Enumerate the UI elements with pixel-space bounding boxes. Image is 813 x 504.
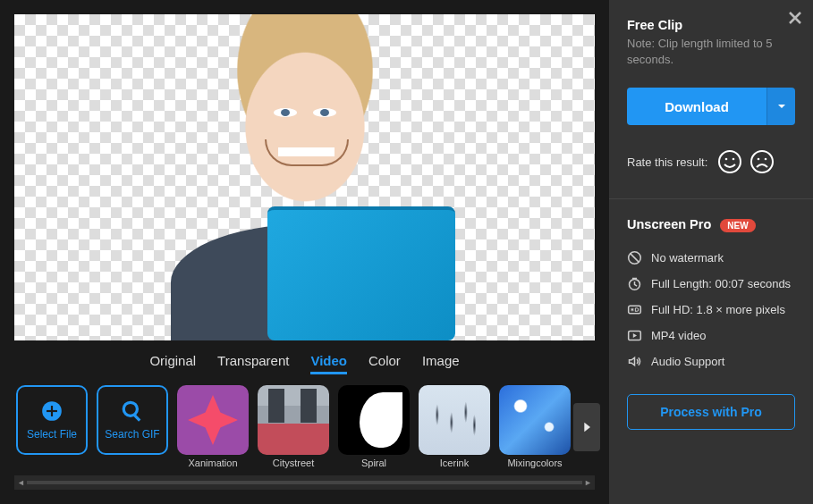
download-button[interactable]: Download — [627, 88, 766, 125]
svg-point-9 — [758, 158, 760, 161]
select-file-button[interactable]: Select File — [16, 385, 88, 455]
caret-down-icon — [776, 101, 787, 112]
tab-transparent[interactable]: Transparent — [217, 353, 289, 374]
svg-point-6 — [725, 158, 728, 161]
tab-image[interactable]: Image — [422, 353, 460, 374]
strip-next-button[interactable] — [573, 403, 600, 451]
thumb-mixingcolors[interactable]: Mixingcolors — [499, 385, 571, 468]
chevron-right-icon — [580, 416, 594, 438]
tab-original[interactable]: Original — [149, 353, 196, 374]
preview-area — [14, 14, 595, 340]
horizontal-scrollbar[interactable] — [14, 475, 595, 490]
svg-point-5 — [719, 151, 741, 172]
svg-point-3 — [123, 402, 137, 416]
thumb-spiral[interactable]: Spiral — [338, 385, 410, 468]
thumb-spiral-image — [338, 385, 410, 455]
no-watermark-icon — [627, 250, 642, 265]
thumb-xanimation-caption: Xanimation — [177, 458, 249, 468]
audio-icon — [627, 354, 642, 369]
feature-audio-label: Audio Support — [651, 355, 724, 368]
rate-label: Rate this result: — [627, 155, 707, 169]
thumb-xanimation-image — [177, 385, 249, 455]
download-caret-button[interactable] — [766, 88, 795, 125]
thumb-citystreet-caption: Citystreet — [258, 458, 329, 468]
thumb-icerink[interactable]: Icerink — [419, 385, 490, 468]
main-panel: Original Transparent Video Color Image S… — [0, 0, 609, 504]
thumb-citystreet-image — [258, 385, 329, 455]
new-badge: NEW — [720, 219, 755, 232]
hd-icon — [627, 302, 642, 317]
frown-icon — [749, 148, 775, 175]
close-button[interactable] — [788, 7, 802, 30]
subject-head — [229, 19, 381, 215]
thumb-citystreet[interactable]: Citystreet — [258, 385, 329, 468]
svg-point-10 — [765, 158, 767, 161]
subject-cutout — [171, 19, 439, 340]
subject-folder — [267, 206, 455, 340]
feature-full-length: Full Length: 00:07 seconds — [627, 271, 795, 297]
pro-section: Unscreen Pro NEW No watermark Full Lengt… — [609, 205, 813, 382]
thumb-mixingcolors-caption: Mixingcolors — [499, 458, 571, 468]
feature-audio: Audio Support — [627, 349, 795, 374]
thumb-icerink-caption: Icerink — [419, 458, 490, 468]
feature-no-watermark: No watermark — [627, 245, 795, 271]
feature-full-hd-label: Full HD: 1.8 × more pixels — [651, 303, 785, 316]
sidebar: Free Clip Note: Clip length limited to 5… — [609, 0, 813, 504]
select-file-label: Select File — [27, 428, 77, 441]
svg-rect-2 — [47, 410, 57, 412]
download-split-button: Download — [627, 88, 795, 125]
rate-happy-button[interactable] — [716, 148, 743, 175]
rate-sad-button[interactable] — [749, 148, 775, 175]
free-clip-note: Note: Clip length limited to 5 seconds. — [627, 36, 795, 68]
pro-title: Unscreen Pro NEW — [627, 217, 795, 232]
svg-point-7 — [733, 158, 735, 161]
background-tabs: Original Transparent Video Color Image — [14, 340, 595, 383]
process-with-pro-button[interactable]: Process with Pro — [627, 394, 795, 430]
clock-icon — [627, 276, 642, 291]
play-icon — [627, 328, 642, 343]
search-gif-label: Search GIF — [105, 428, 159, 441]
thumbnail-strip: Select File Search GIF Xanimation Cityst… — [14, 383, 595, 475]
thumb-xanimation[interactable]: Xanimation — [177, 385, 249, 468]
plus-circle-icon — [40, 399, 64, 423]
free-clip-title: Free Clip — [627, 18, 795, 32]
close-icon — [788, 11, 802, 25]
pro-title-text: Unscreen Pro — [627, 217, 711, 231]
thumb-icerink-image — [419, 385, 490, 455]
feature-mp4-label: MP4 video — [651, 329, 706, 342]
svg-rect-13 — [629, 306, 641, 314]
feature-full-hd: Full HD: 1.8 × more pixels — [627, 297, 795, 323]
tab-color[interactable]: Color — [368, 353, 401, 374]
tab-video[interactable]: Video — [310, 353, 347, 374]
sidebar-divider — [609, 198, 813, 199]
feature-full-length-label: Full Length: 00:07 seconds — [651, 277, 791, 290]
svg-rect-4 — [133, 414, 140, 421]
free-clip-section: Free Clip Note: Clip length limited to 5… — [609, 0, 813, 193]
thumb-mixingcolors-image — [499, 385, 571, 455]
smile-icon — [716, 148, 743, 175]
svg-point-8 — [751, 151, 773, 172]
thumb-spiral-caption: Spiral — [338, 458, 410, 468]
feature-mp4: MP4 video — [627, 323, 795, 349]
search-gif-button[interactable]: Search GIF — [97, 385, 168, 455]
search-icon — [121, 399, 144, 423]
rate-row: Rate this result: — [627, 148, 795, 175]
feature-no-watermark-label: No watermark — [651, 251, 724, 265]
